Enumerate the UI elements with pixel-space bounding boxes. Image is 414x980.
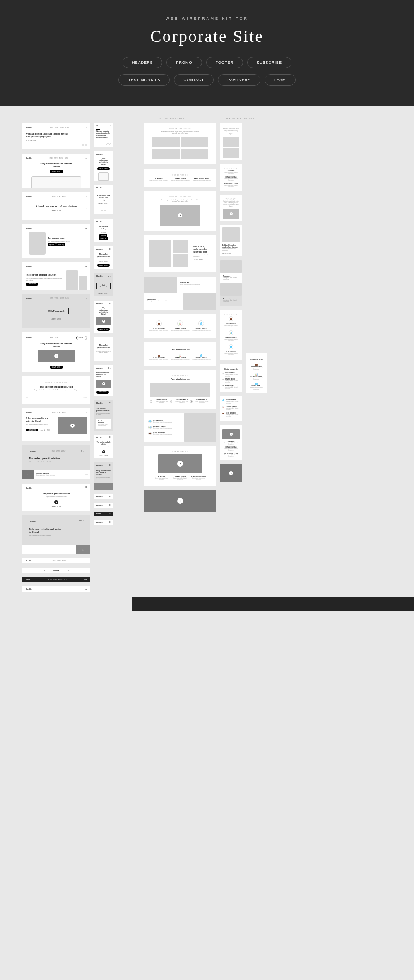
pill-subscribe[interactable]: SUBSCRIBE xyxy=(247,57,291,68)
pill-footer[interactable]: FOOTER xyxy=(206,57,243,68)
t3: RAPID PROTOTYPING xyxy=(192,178,211,180)
header-card-11[interactable]: Humble.☰ The perfect prebuilt solutionFu… xyxy=(22,484,90,511)
navbar-m-2[interactable]: Humble.☰ xyxy=(94,503,113,508)
navbar-m-4[interactable]: Humble.☰ xyxy=(94,520,113,525)
exp-card-9[interactable]: 🌐GLOBAL IMPACTLorem ipsum dolor sit amet… xyxy=(144,413,216,442)
exp-m-5b[interactable]: Who we areLorem ipsum dolor sit amet con… xyxy=(220,273,242,283)
l3: RAPID PROTOTYPING xyxy=(222,183,240,185)
exp-m-3[interactable]: YOUR DESIGN TOOLKITHumble is your ultima… xyxy=(220,195,242,222)
header-card-6[interactable]: Humble.HOMEWORKABOUTBLOG○ Web FrameworkL… xyxy=(22,294,90,328)
headline: Build a slick, modern mockup faster than… xyxy=(193,246,211,253)
header-card-2[interactable]: Humble.HOMEWORKABOUTBLOG○ ○ Fully custom… xyxy=(22,154,90,188)
header-m-7[interactable]: Humble.☰Fully customizable and native to… xyxy=(94,301,113,333)
header-card-5[interactable]: Humble.☰ The perfect prebuilt solutionFu… xyxy=(22,262,90,290)
eye: OUR EXPERTISE xyxy=(150,375,210,377)
section-headers: 01 — Headers xyxy=(159,117,185,120)
header-m-5[interactable]: Humble.☰The perfect prebuilt solutionFul… xyxy=(94,246,113,269)
header-card-9[interactable]: Humble.HOMEWORKABOUT○ Fully customizable… xyxy=(22,408,90,441)
logo: Humble. xyxy=(26,126,32,128)
l2: DYNAMIC PANELS xyxy=(171,476,190,477)
l: LEARN MORE xyxy=(222,253,231,254)
nav: HOMEWORKABOUTBLOG xyxy=(50,127,69,128)
pill-promo[interactable]: PROMO xyxy=(166,57,202,68)
navbar-3[interactable]: Humble.HOME WORK ABOUT BLOGf t in xyxy=(22,577,90,582)
exp-card-5[interactable]: Who we areLorem ipsum dolor sit amet con… xyxy=(144,277,216,293)
headline: Fully customizable and native to Sketch xyxy=(96,470,111,477)
exp-m-8[interactable]: OUR EXPERTISEBest at what we do①GOOD BUS… xyxy=(220,364,242,392)
headline: Fully customizable and native to Sketch xyxy=(38,342,75,348)
pill-testimonials[interactable]: TESTIMONIALS xyxy=(118,74,170,86)
pill-headers[interactable]: HEADERS xyxy=(123,57,163,68)
s1: Lorem ipsum dolor sit amet consectetur xyxy=(222,443,240,445)
exp-m-5c[interactable] xyxy=(220,283,242,296)
s2: Lorem ipsum dolor sit amet consectetur xyxy=(222,178,240,181)
exp-card-2[interactable]: OUR EXPERTISE SCALABLELorem ipsum dolor … xyxy=(144,169,216,187)
header-m-2[interactable]: Humble.☰ ○Fully customizable and native … xyxy=(94,151,113,181)
exp-card-10[interactable]: OUR EXPERTISE SCALABLELorem ipsum dolor … xyxy=(144,446,216,486)
exp-m-9[interactable]: 🌐GLOBAL IMPACTLorem ipsum dolor sit amet… xyxy=(220,396,242,420)
exp-card-3[interactable]: YOUR DESIGN TOOLKITHumble is your ultima… xyxy=(144,191,216,231)
header-m-3[interactable]: Humble.☰ ○A brand new way to craft your … xyxy=(94,185,113,214)
s3: Lorem ipsum dolor sit amet consectetur xyxy=(192,180,211,181)
s1: Lorem ipsum dolor sit amet consectetur xyxy=(222,325,240,328)
exp-m-5d[interactable]: What we doLorem ipsum dolor sit amet con… xyxy=(220,296,242,306)
header-m-10[interactable]: Humble.☰The perfect prebuilt solutionFul… xyxy=(94,400,113,431)
header-card-12[interactable]: Humble.f t in ○ Fully customizable and n… xyxy=(22,515,90,554)
pill-partners[interactable]: PARTNERS xyxy=(218,74,260,86)
header-card-10[interactable]: Humble.HOMEWORKABOUTf t ○ The perfect pr… xyxy=(22,445,90,479)
headline: The perfect prebuilt solution xyxy=(96,253,111,258)
s3: Lorem ipsum dolor sit amet consectetur xyxy=(193,401,210,404)
cta: LEARN MORE xyxy=(26,429,38,431)
exp-card-1[interactable]: YOUR DESIGN TOOLKITHumble is your ultima… xyxy=(144,123,216,164)
l3: GLOBAL IMPACT xyxy=(193,399,210,401)
header-m-8[interactable]: YOUR DESIGN TOOLKITThe perfect prebuilt … xyxy=(94,337,113,361)
exp-m-11[interactable] xyxy=(220,464,242,482)
cta: LEARN MORE xyxy=(96,391,109,394)
l1: GOOD BUSINESS xyxy=(222,323,240,325)
headline: We have created a prebuilt solution for … xyxy=(26,132,69,138)
l2: DYNAMIC PANELS xyxy=(222,337,240,339)
exp-card-7[interactable]: Best at what we do 💼GOOD BUSINESSLorem i… xyxy=(144,342,216,366)
header-card-4[interactable]: Humble.☰ Get our app todayFully customiz… xyxy=(22,224,90,258)
exp-m-6[interactable]: OUR EXPERTISE💼GOOD BUSINESSLorem ipsum d… xyxy=(220,310,242,360)
header-m-6[interactable]: Humble.☰ ○Web FrameworkLEARN MORE xyxy=(94,273,113,296)
exp-m-1[interactable]: YOUR DESIGN TOOLKITHumble is your ultima… xyxy=(220,123,242,160)
header-m-12[interactable]: Humble.☰Fully customizable and native to… xyxy=(94,462,113,491)
exp-m-2[interactable]: OUR EXPERTISESCALABLELorem ipsum dolor s… xyxy=(220,164,242,191)
logo: Humble. xyxy=(96,437,103,439)
header-m-11[interactable]: Humble.☰The perfect prebuilt solutionFul… xyxy=(94,435,113,458)
navbar-m-1[interactable]: Humble.☰ xyxy=(94,494,113,499)
s2: Lorem ipsum dolor sit amet consectetur xyxy=(153,428,172,429)
intro: Humble is your ultimate design toolkit. … xyxy=(161,131,200,134)
exp-m-4[interactable]: Build a slick, modern mockup faster than… xyxy=(220,225,242,256)
header-card-8[interactable]: YOUR DESIGN TOOLKITThe perfect prebuilt … xyxy=(22,376,90,404)
l1: GOOD BUSINESS xyxy=(248,366,265,367)
pill-contact[interactable]: CONTACT xyxy=(174,74,214,86)
header-card-7[interactable]: Humble.HOMEWORKCONTACT Fully customizabl… xyxy=(22,332,90,372)
header-m-4[interactable]: Humble.☰Get our app todayFully customiza… xyxy=(94,219,113,242)
l1: SCALABLE xyxy=(222,441,240,442)
exp-card-11[interactable] xyxy=(144,490,216,512)
exp-m-5a[interactable] xyxy=(220,260,242,273)
header-m-1[interactable]: ☰○We have created a prebuilt solution fo… xyxy=(94,123,113,147)
navbar-1[interactable]: Humble.HOMEWORKABOUT○ xyxy=(22,558,90,563)
navbar-m-3[interactable]: Humble.☰ xyxy=(94,512,113,516)
exp-t-7[interactable]: OUR EXPERTISEBest at what we do💼GOOD BUS… xyxy=(246,353,267,393)
eye: YOUR DESIGN TOOLKIT xyxy=(152,128,208,130)
navbar-4[interactable]: Humble.☰ xyxy=(22,586,90,592)
header-card-3[interactable]: Humble.HOMEWORKABOUT○ ‹ A brand new way … xyxy=(22,192,90,220)
exp-card-6[interactable]: 💼GOOD BUSINESSLorem ipsum dolor sit amet… xyxy=(144,314,216,338)
exp-card-5b[interactable]: What we doLorem ipsum dolor sit amet con… xyxy=(144,293,216,310)
pill-team[interactable]: TEAM xyxy=(265,74,296,86)
exp-card-8[interactable]: OUR EXPERTISEBest at what we do 1GOOD BU… xyxy=(144,370,216,409)
header-card-1[interactable]: Humble.HOMEWORKABOUTBLOG○ We have create… xyxy=(22,123,90,149)
header-m-9[interactable]: Humble.☰ ○Fully customizable and native … xyxy=(94,365,113,396)
exp-card-4[interactable]: Build a slick, modern mockup faster than… xyxy=(144,235,216,272)
s1: Lorem ipsum dolor sit amet consectetur xyxy=(222,172,240,175)
logo: Humble. xyxy=(26,265,32,267)
exp-m-10[interactable]: OUR EXPERTISESCALABLELorem ipsum dolor s… xyxy=(220,425,242,460)
h: Best at what we do xyxy=(222,368,240,371)
eye: OUR EXPERTISE xyxy=(152,451,208,453)
navbar-2[interactable]: ×Humble.○ xyxy=(22,568,90,573)
s2: Lorem ipsum dolor sit amet consectetur xyxy=(248,378,265,380)
